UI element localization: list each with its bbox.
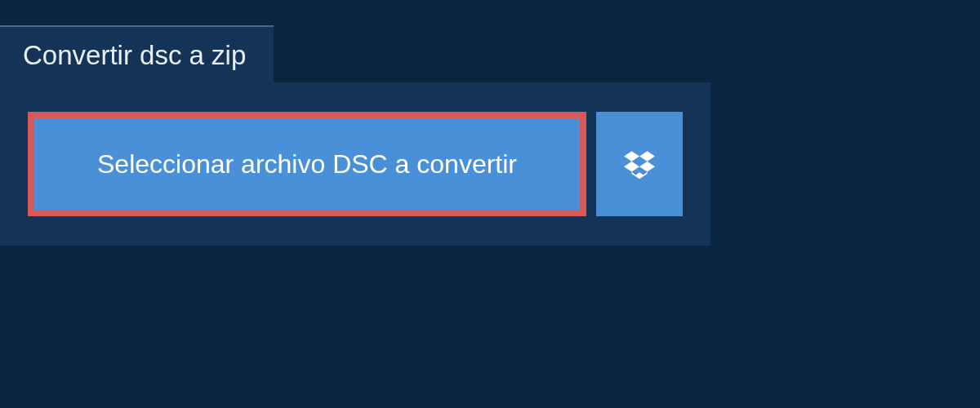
select-file-label: Seleccionar archivo DSC a convertir: [97, 149, 517, 180]
dropbox-button[interactable]: [596, 112, 683, 216]
action-panel: Seleccionar archivo DSC a convertir: [0, 82, 710, 246]
select-file-button[interactable]: Seleccionar archivo DSC a convertir: [34, 118, 580, 210]
select-file-highlight: Seleccionar archivo DSC a convertir: [28, 112, 586, 216]
converter-container: Convertir dsc a zip Seleccionar archivo …: [0, 0, 980, 408]
tab-title: Convertir dsc a zip: [23, 40, 246, 70]
converter-tab[interactable]: Convertir dsc a zip: [0, 25, 274, 86]
dropbox-icon: [624, 149, 655, 180]
